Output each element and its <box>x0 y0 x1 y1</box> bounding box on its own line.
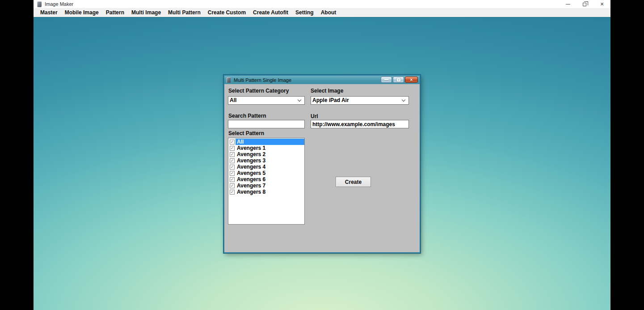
pattern-list-item[interactable]: ✓ Avengers 7 <box>228 183 304 189</box>
app-title: Image Maker <box>45 1 73 7</box>
pattern-list-item-label: Avengers 5 <box>236 170 304 176</box>
dialog-multi-pattern-single-image: Multi Pattern Single Image × Select Patt… <box>223 75 421 253</box>
checkbox-checked-icon[interactable]: ✓ <box>230 177 235 182</box>
checkbox-checked-icon[interactable]: ✓ <box>230 183 235 188</box>
minimize-icon[interactable] <box>565 1 571 7</box>
pattern-list-item[interactable]: ✓ Avengers 3 <box>228 157 304 164</box>
search-pattern-label: Search Pattern <box>228 113 266 119</box>
pattern-list-item-label: Avengers 4 <box>236 164 304 170</box>
image-label: Select Image <box>311 88 343 94</box>
menu-item-create-custom[interactable]: Create Custom <box>204 9 249 16</box>
create-button[interactable]: Create <box>336 177 371 187</box>
menu-item-setting[interactable]: Setting <box>292 9 317 16</box>
pattern-category-label: Select Pattern Category <box>228 88 289 94</box>
pattern-list-item-label: All <box>236 139 304 145</box>
dialog-body: Select Pattern Category All Select Image… <box>224 84 420 252</box>
pattern-list-item-label: Avengers 8 <box>236 189 304 195</box>
restore-icon[interactable] <box>582 1 588 7</box>
select-pattern-label: Select Pattern <box>228 130 264 136</box>
pattern-list-item[interactable]: ✓ Avengers 6 <box>228 176 304 183</box>
dialog-window-controls: × <box>381 76 418 83</box>
dialog-minimize-button[interactable] <box>381 76 392 83</box>
chevron-down-icon <box>402 98 405 102</box>
image-select-value: Apple iPad Air <box>311 97 402 104</box>
menu-item-master[interactable]: Master <box>37 9 61 16</box>
menu-item-create-autofit[interactable]: Create Autofit <box>249 9 292 16</box>
dialog-close-button[interactable]: × <box>405 76 418 83</box>
checkbox-checked-icon[interactable]: ✓ <box>230 140 235 144</box>
checkbox-checked-icon[interactable]: ✓ <box>230 146 235 151</box>
pattern-list: ✓ All ✓ Avengers 1 ✓ Avengers 2 ✓ <box>228 138 305 225</box>
checkbox-checked-icon[interactable]: ✓ <box>230 152 235 157</box>
menu-item-pattern[interactable]: Pattern <box>102 9 128 16</box>
pattern-list-item[interactable]: ✓ Avengers 2 <box>228 151 304 157</box>
dialog-maximize-button[interactable] <box>393 76 404 83</box>
menu-item-mobile-image[interactable]: Mobile Image <box>61 9 102 16</box>
dialog-title: Multi Pattern Single Image <box>234 77 291 83</box>
url-label: Url <box>311 113 318 119</box>
pattern-list-item[interactable]: ✓ All <box>228 139 304 145</box>
pattern-category-value: All <box>228 97 298 104</box>
pattern-list-item-label: Avengers 6 <box>236 176 304 183</box>
pattern-list-item[interactable]: ✓ Avengers 1 <box>228 145 304 151</box>
checkbox-checked-icon[interactable]: ✓ <box>230 165 235 170</box>
pattern-list-item[interactable]: ✓ Avengers 5 <box>228 170 304 176</box>
checkbox-checked-icon[interactable]: ✓ <box>230 190 235 195</box>
app-titlebar[interactable]: Image Maker × <box>34 0 610 8</box>
chevron-down-icon <box>298 98 301 102</box>
pattern-category-select[interactable]: All <box>228 96 305 105</box>
url-input[interactable] <box>311 120 409 128</box>
pattern-list-item-label: Avengers 1 <box>236 145 304 151</box>
app-window: Image Maker × Master Mobile Image Patter… <box>34 0 610 310</box>
desktop-wallpaper: Multi Pattern Single Image × Select Patt… <box>34 17 610 310</box>
pattern-list-item-label: Avengers 3 <box>236 157 304 164</box>
close-icon[interactable]: × <box>599 1 605 7</box>
app-window-controls: × <box>565 0 605 8</box>
menu-item-about[interactable]: About <box>317 9 340 16</box>
pattern-list-item-label: Avengers 7 <box>236 183 304 189</box>
search-pattern-input[interactable] <box>228 120 305 128</box>
image-select[interactable]: Apple iPad Air <box>311 96 409 105</box>
checkbox-checked-icon[interactable]: ✓ <box>230 171 235 176</box>
checkbox-checked-icon[interactable]: ✓ <box>230 158 235 163</box>
pattern-list-item[interactable]: ✓ Avengers 8 <box>228 189 304 195</box>
app-icon <box>37 1 42 7</box>
menu-item-multi-image[interactable]: Multi Image <box>128 9 164 16</box>
dialog-icon <box>227 77 231 83</box>
pattern-list-item-label: Avengers 2 <box>236 151 304 157</box>
menu-item-multi-pattern[interactable]: Multi Pattern <box>164 9 204 16</box>
pattern-list-item[interactable]: ✓ Avengers 4 <box>228 164 304 170</box>
dialog-titlebar[interactable]: Multi Pattern Single Image × <box>224 76 420 84</box>
menubar: Master Mobile Image Pattern Multi Image … <box>34 8 610 17</box>
screen: Image Maker × Master Mobile Image Patter… <box>0 0 644 310</box>
